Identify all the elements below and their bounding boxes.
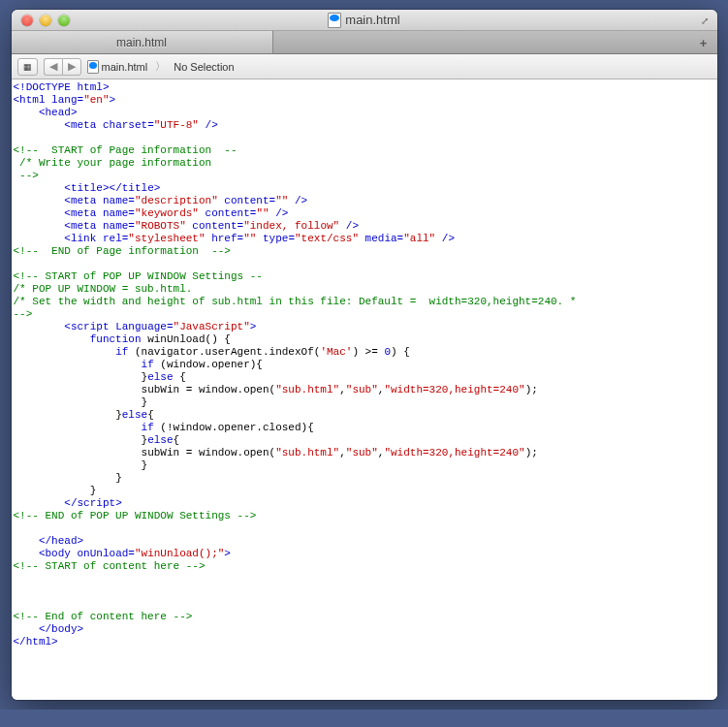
code-token: subWin = window.open( — [142, 384, 276, 395]
new-tab-button[interactable]: + — [696, 35, 712, 50]
code-token: <!DOCTYPE html> — [14, 81, 110, 93]
code-token: "all" — [403, 233, 435, 244]
code-token: /> — [269, 207, 289, 219]
code-token: (navigator.userAgent.indexOf( — [128, 346, 320, 358]
code-token: "width=320,height=240" — [384, 384, 524, 395]
editor-window: main.html ⤢ main.html + ▦ ◀ ▶ main.html … — [12, 10, 717, 700]
code-token: "keywords" — [135, 207, 199, 219]
code-token: </head> — [39, 535, 83, 547]
code-token: </html> — [14, 636, 58, 648]
code-token: winUnload() { — [142, 333, 231, 345]
code-token: if — [142, 422, 154, 433]
code-token: --> — [14, 308, 33, 320]
code-token: /* POP UP WINDOW = sub.html. — [14, 283, 193, 295]
code-token: } — [115, 472, 122, 484]
code-token: "sub.html" — [275, 447, 339, 458]
code-token: <!-- END of POP UP WINDOW Settings --> — [14, 510, 257, 522]
breadcrumb[interactable]: main.html — [87, 60, 148, 74]
code-token: , — [339, 384, 346, 395]
code-editor[interactable]: <!DOCTYPE html> <html lang="en"> <head> … — [12, 79, 717, 700]
fullscreen-icon[interactable]: ⤢ — [698, 14, 712, 27]
code-token: { — [147, 409, 154, 421]
chevron-right-icon: 〉 — [155, 59, 166, 74]
code-token: <body — [39, 548, 71, 559]
code-token: script — [78, 497, 116, 509]
path-toolbar: ▦ ◀ ▶ main.html 〉 No Selection — [12, 54, 717, 79]
window-title-text: main.html — [345, 13, 399, 27]
code-token: name= — [96, 207, 135, 219]
code-token: { — [174, 371, 186, 383]
grid-icon: ▦ — [23, 62, 32, 72]
code-token: "JavaScript" — [174, 321, 250, 332]
code-token: else — [122, 409, 147, 421]
code-token: if — [115, 346, 128, 358]
code-token: </body> — [39, 623, 83, 635]
code-token: } — [90, 485, 97, 496]
code-token: "en" — [83, 94, 109, 106]
document-icon — [328, 13, 341, 28]
code-token: "sub" — [346, 384, 378, 395]
code-token: <title> — [64, 182, 109, 194]
code-token: <meta — [64, 195, 96, 206]
code-token: <!-- START of Page information -- — [14, 144, 237, 156]
code-token: , — [339, 447, 346, 458]
code-token: (window.opener){ — [154, 359, 263, 370]
code-token: content= — [199, 207, 256, 219]
code-token: <!-- End of content here --> — [14, 611, 193, 622]
code-token: "index, follow" — [243, 220, 339, 232]
code-token: "stylesheet" — [128, 233, 205, 244]
code-token: > — [110, 94, 116, 106]
code-token: name= — [96, 220, 135, 232]
code-token: > — [250, 321, 257, 332]
code-token: ); — [525, 384, 538, 395]
code-token: </title> — [110, 182, 161, 194]
tab-main-html[interactable]: main.html — [12, 31, 273, 54]
code-token: /> — [435, 233, 455, 244]
code-token: <!-- END of Page information --> — [14, 245, 231, 257]
code-token: charset= — [96, 119, 153, 131]
code-token: 'Mac' — [320, 346, 352, 358]
code-token: "" — [243, 233, 256, 244]
document-icon — [87, 60, 99, 74]
code-token: lang= — [46, 94, 84, 106]
code-token: else — [147, 434, 173, 446]
code-token: else — [147, 371, 173, 383]
code-token: type= — [256, 233, 295, 244]
code-token: content= — [218, 195, 275, 206]
code-token: href= — [206, 233, 244, 244]
code-token: /* Write your page information — [14, 157, 212, 169]
code-token: </ — [64, 497, 77, 509]
code-token: <meta — [64, 119, 96, 131]
code-token: "sub" — [346, 447, 378, 458]
code-token: <!-- START of content here --> — [14, 560, 206, 572]
code-token: "width=320,height=240" — [384, 447, 524, 458]
code-token: } — [115, 409, 122, 421]
code-token: { — [174, 434, 180, 446]
code-token: rel= — [96, 233, 128, 244]
code-token: "description" — [135, 195, 218, 206]
code-token: "ROBOTS" — [135, 220, 186, 232]
nav-back-button[interactable]: ◀ — [44, 58, 62, 76]
code-token: ); — [525, 447, 538, 458]
code-token: "" — [275, 195, 288, 206]
code-token: /* Set the width and height of sub.html … — [14, 296, 577, 307]
code-token: /> — [339, 220, 359, 232]
related-items-button[interactable]: ▦ — [17, 58, 38, 76]
code-token: name= — [96, 195, 135, 206]
code-token: --> — [14, 170, 39, 181]
code-token: ) >= — [352, 346, 384, 358]
code-token: } — [142, 396, 148, 408]
code-token: "text/css" — [295, 233, 359, 244]
nav-forward-button[interactable]: ▶ — [62, 58, 81, 76]
titlebar[interactable]: main.html ⤢ — [12, 10, 717, 31]
breadcrumb-selection[interactable]: No Selection — [174, 61, 234, 73]
code-token: ) { — [391, 346, 410, 358]
breadcrumb-file: main.html — [102, 61, 148, 73]
code-token: > — [224, 548, 231, 559]
code-token: function — [90, 333, 142, 345]
code-token: subWin = window.open( — [142, 447, 276, 458]
code-token: > — [115, 497, 122, 509]
code-token: } — [142, 459, 148, 471]
code-token: content= — [186, 220, 243, 232]
code-token: <meta — [64, 207, 96, 219]
